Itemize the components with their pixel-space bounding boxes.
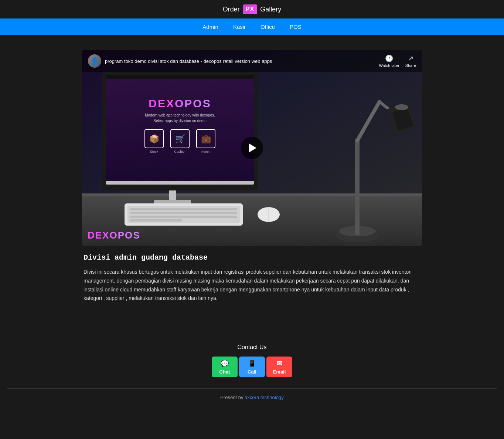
svg-text:💼: 💼 bbox=[201, 134, 211, 144]
header: Order PX Gallery bbox=[0, 0, 504, 18]
main-content: 👤 program toko demo divisi stok dan data… bbox=[75, 50, 429, 318]
svg-text:Modern web app technology with: Modern web app technology with dexopos. bbox=[145, 113, 215, 117]
clock-icon: 🕐 bbox=[385, 54, 393, 63]
svg-rect-25 bbox=[130, 216, 237, 218]
svg-point-36 bbox=[395, 104, 408, 110]
video-top-bar: 👤 program toko demo divisi stok dan data… bbox=[82, 50, 422, 72]
email-label: Email bbox=[273, 369, 286, 375]
video-container: 👤 program toko demo divisi stok dan data… bbox=[82, 50, 422, 246]
svg-text:Select apps by division on dem: Select apps by division on demo bbox=[153, 119, 207, 123]
svg-rect-7 bbox=[106, 75, 254, 79]
chat-label: Chat bbox=[219, 369, 230, 375]
content-title: Divisi admin gudang database bbox=[84, 253, 420, 262]
nav-item-kasir[interactable]: Kasir bbox=[233, 24, 246, 30]
chat-button[interactable]: 💬 Chat bbox=[212, 357, 238, 377]
nav-item-admin[interactable]: Admin bbox=[202, 24, 218, 30]
watch-later-button[interactable]: 🕐 Watch later bbox=[379, 54, 399, 68]
svg-text:Cashier: Cashier bbox=[174, 150, 185, 153]
svg-rect-24 bbox=[130, 212, 237, 214]
watch-later-label: Watch later bbox=[379, 63, 399, 68]
video-actions: 🕐 Watch later ↗ Share bbox=[379, 54, 416, 68]
play-icon bbox=[249, 143, 256, 152]
share-button[interactable]: ↗ Share bbox=[405, 54, 416, 68]
svg-rect-20 bbox=[106, 181, 254, 185]
svg-text:🛒: 🛒 bbox=[175, 134, 185, 144]
header-logo: PX bbox=[243, 4, 257, 14]
share-label: Share bbox=[405, 63, 416, 68]
avatar: 👤 bbox=[88, 54, 101, 68]
footer-divider bbox=[7, 388, 497, 389]
nav-item-pos[interactable]: POS bbox=[290, 24, 302, 30]
svg-text:DEXOPOS: DEXOPOS bbox=[149, 97, 211, 109]
svg-rect-26 bbox=[130, 219, 182, 222]
contact-buttons: 💬 Chat 📱 Call ✉ Email bbox=[7, 357, 497, 377]
share-icon: ↗ bbox=[408, 54, 413, 63]
email-icon: ✉ bbox=[277, 359, 282, 368]
header-order-label: Order bbox=[223, 6, 240, 13]
video-title: program toko demo divisi stok dan databa… bbox=[105, 58, 375, 64]
present-text: Present by bbox=[220, 395, 243, 400]
call-label: Call bbox=[248, 369, 256, 375]
svg-text:DEXOPOS: DEXOPOS bbox=[88, 230, 140, 241]
svg-text:📦: 📦 bbox=[149, 134, 160, 144]
play-button[interactable] bbox=[241, 137, 263, 159]
email-button[interactable]: ✉ Email bbox=[266, 357, 292, 377]
main-divider bbox=[82, 318, 422, 318]
call-button[interactable]: 📱 Call bbox=[239, 357, 265, 377]
description-section: Divisi admin gudang database Divisi ini … bbox=[82, 253, 422, 303]
footer-credit: Present by axcora technology bbox=[7, 395, 497, 400]
svg-text:Admin: Admin bbox=[201, 150, 211, 153]
credit-link[interactable]: axcora technology bbox=[245, 395, 284, 400]
svg-text:Stock: Stock bbox=[150, 150, 159, 153]
main-nav: Admin Kasir Office POS bbox=[0, 18, 504, 35]
call-icon: 📱 bbox=[248, 359, 256, 368]
nav-item-office[interactable]: Office bbox=[260, 24, 275, 30]
avatar-inner: 👤 bbox=[88, 54, 101, 68]
header-gallery-label: Gallery bbox=[260, 6, 281, 13]
chat-icon: 💬 bbox=[221, 359, 229, 368]
footer: Contact Us 💬 Chat 📱 Call ✉ Email Present… bbox=[0, 333, 504, 408]
svg-rect-31 bbox=[355, 139, 360, 235]
svg-rect-23 bbox=[130, 208, 237, 210]
contact-title: Contact Us bbox=[7, 344, 497, 351]
content-description: Divisi ini secara khusus bertugas untuk … bbox=[84, 268, 420, 303]
svg-rect-2 bbox=[82, 193, 422, 196]
video-scene: DEXOPOS Modern web app technology with d… bbox=[82, 50, 422, 246]
